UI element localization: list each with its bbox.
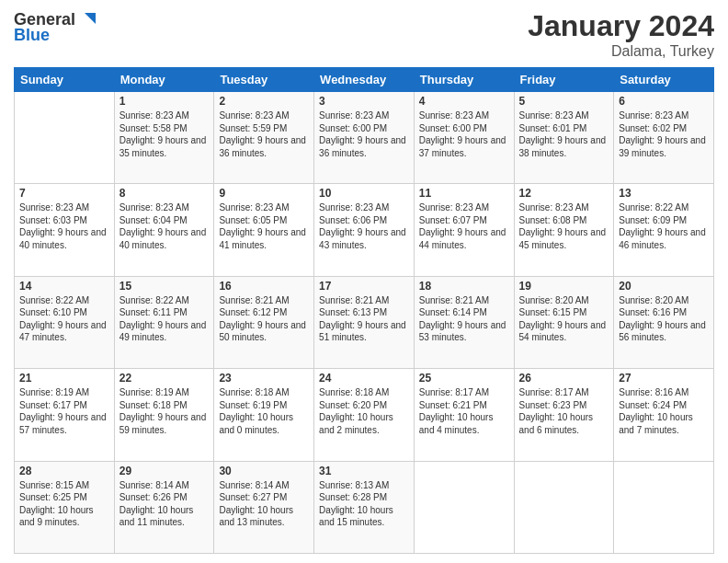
- day-number: 25: [419, 372, 509, 385]
- day-info: Sunrise: 8:23 AMSunset: 6:01 PMDaylight:…: [519, 109, 609, 159]
- col-header-thursday: Thursday: [414, 68, 514, 92]
- week-row-5: 28Sunrise: 8:15 AMSunset: 6:25 PMDayligh…: [15, 461, 714, 553]
- day-number: 28: [19, 465, 109, 477]
- day-number: 10: [319, 187, 409, 200]
- day-cell: [614, 461, 714, 553]
- logo: General Blue: [14, 9, 97, 45]
- day-number: 5: [519, 95, 609, 108]
- day-cell: 8Sunrise: 8:23 AMSunset: 6:04 PMDaylight…: [114, 184, 214, 276]
- day-cell: 4Sunrise: 8:23 AMSunset: 6:00 PMDaylight…: [414, 92, 514, 184]
- day-info: Sunrise: 8:19 AMSunset: 6:18 PMDaylight:…: [119, 386, 210, 436]
- day-number: 29: [119, 465, 210, 477]
- day-cell: 21Sunrise: 8:19 AMSunset: 6:17 PMDayligh…: [15, 369, 115, 461]
- day-info: Sunrise: 8:22 AMSunset: 6:09 PMDaylight:…: [619, 201, 709, 251]
- day-number: 30: [219, 465, 309, 477]
- day-info: Sunrise: 8:21 AMSunset: 6:14 PMDaylight:…: [419, 294, 509, 344]
- calendar-header-row: SundayMondayTuesdayWednesdayThursdayFrid…: [15, 68, 714, 92]
- day-cell: 19Sunrise: 8:20 AMSunset: 6:15 PMDayligh…: [514, 276, 614, 368]
- day-cell: 17Sunrise: 8:21 AMSunset: 6:13 PMDayligh…: [314, 276, 415, 368]
- day-info: Sunrise: 8:23 AMSunset: 6:02 PMDaylight:…: [619, 109, 709, 159]
- day-info: Sunrise: 8:14 AMSunset: 6:26 PMDaylight:…: [119, 479, 210, 529]
- day-number: 16: [219, 280, 309, 293]
- day-number: 15: [119, 280, 210, 293]
- svg-marker-0: [85, 13, 96, 24]
- day-number: 4: [419, 95, 509, 108]
- col-header-wednesday: Wednesday: [314, 68, 415, 92]
- day-cell: 16Sunrise: 8:21 AMSunset: 6:12 PMDayligh…: [214, 276, 314, 368]
- day-number: 24: [319, 372, 409, 385]
- day-info: Sunrise: 8:16 AMSunset: 6:24 PMDaylight:…: [619, 386, 709, 436]
- day-cell: 6Sunrise: 8:23 AMSunset: 6:02 PMDaylight…: [614, 92, 714, 184]
- day-cell: 25Sunrise: 8:17 AMSunset: 6:21 PMDayligh…: [414, 369, 514, 461]
- day-number: 27: [619, 372, 709, 385]
- day-cell: 3Sunrise: 8:23 AMSunset: 6:00 PMDaylight…: [314, 92, 415, 184]
- day-number: 6: [619, 95, 709, 108]
- day-number: 18: [419, 280, 509, 293]
- day-number: 2: [219, 95, 309, 108]
- day-number: 3: [319, 95, 409, 108]
- day-cell: 11Sunrise: 8:23 AMSunset: 6:07 PMDayligh…: [414, 184, 514, 276]
- day-info: Sunrise: 8:21 AMSunset: 6:13 PMDaylight:…: [319, 294, 409, 344]
- day-info: Sunrise: 8:13 AMSunset: 6:28 PMDaylight:…: [319, 479, 409, 529]
- day-cell: 18Sunrise: 8:21 AMSunset: 6:14 PMDayligh…: [414, 276, 514, 368]
- day-cell: 2Sunrise: 8:23 AMSunset: 5:59 PMDaylight…: [214, 92, 314, 184]
- day-info: Sunrise: 8:15 AMSunset: 6:25 PMDaylight:…: [19, 479, 109, 529]
- day-number: 8: [119, 187, 210, 200]
- day-info: Sunrise: 8:23 AMSunset: 5:59 PMDaylight:…: [219, 109, 309, 159]
- title-block: January 2024 Dalama, Turkey: [528, 9, 714, 60]
- day-info: Sunrise: 8:23 AMSunset: 6:04 PMDaylight:…: [119, 201, 210, 251]
- day-number: 13: [619, 187, 709, 200]
- month-year-title: January 2024: [528, 9, 714, 43]
- day-number: 22: [119, 372, 210, 385]
- day-info: Sunrise: 8:23 AMSunset: 6:07 PMDaylight:…: [419, 201, 509, 251]
- week-row-2: 7Sunrise: 8:23 AMSunset: 6:03 PMDaylight…: [15, 184, 714, 276]
- day-info: Sunrise: 8:23 AMSunset: 5:58 PMDaylight:…: [119, 109, 210, 159]
- day-number: 31: [319, 465, 409, 477]
- day-cell: 9Sunrise: 8:23 AMSunset: 6:05 PMDaylight…: [214, 184, 314, 276]
- week-row-1: 1Sunrise: 8:23 AMSunset: 5:58 PMDaylight…: [15, 92, 714, 184]
- day-number: 20: [619, 280, 709, 293]
- day-cell: 1Sunrise: 8:23 AMSunset: 5:58 PMDaylight…: [114, 92, 214, 184]
- day-info: Sunrise: 8:23 AMSunset: 6:00 PMDaylight:…: [419, 109, 509, 159]
- day-cell: 15Sunrise: 8:22 AMSunset: 6:11 PMDayligh…: [114, 276, 214, 368]
- header: General Blue January 2024 Dalama, Turkey: [14, 9, 714, 60]
- day-number: 11: [419, 187, 509, 200]
- day-cell: [514, 461, 614, 553]
- day-info: Sunrise: 8:18 AMSunset: 6:19 PMDaylight:…: [219, 386, 309, 436]
- location-subtitle: Dalama, Turkey: [528, 43, 714, 60]
- day-cell: 30Sunrise: 8:14 AMSunset: 6:27 PMDayligh…: [214, 461, 314, 553]
- day-info: Sunrise: 8:22 AMSunset: 6:11 PMDaylight:…: [119, 294, 210, 344]
- col-header-monday: Monday: [114, 68, 214, 92]
- col-header-friday: Friday: [514, 68, 614, 92]
- day-number: 1: [119, 95, 210, 108]
- day-info: Sunrise: 8:23 AMSunset: 6:05 PMDaylight:…: [219, 201, 309, 251]
- col-header-sunday: Sunday: [15, 68, 115, 92]
- day-info: Sunrise: 8:23 AMSunset: 6:03 PMDaylight:…: [19, 201, 109, 251]
- day-cell: [15, 92, 115, 184]
- day-number: 9: [219, 187, 309, 200]
- day-number: 26: [519, 372, 609, 385]
- day-cell: 26Sunrise: 8:17 AMSunset: 6:23 PMDayligh…: [514, 369, 614, 461]
- logo-icon: [77, 9, 97, 29]
- week-row-3: 14Sunrise: 8:22 AMSunset: 6:10 PMDayligh…: [15, 276, 714, 368]
- day-info: Sunrise: 8:23 AMSunset: 6:08 PMDaylight:…: [519, 201, 609, 251]
- day-cell: 24Sunrise: 8:18 AMSunset: 6:20 PMDayligh…: [314, 369, 415, 461]
- day-number: 23: [219, 372, 309, 385]
- day-cell: 23Sunrise: 8:18 AMSunset: 6:19 PMDayligh…: [214, 369, 314, 461]
- day-cell: 12Sunrise: 8:23 AMSunset: 6:08 PMDayligh…: [514, 184, 614, 276]
- day-cell: [414, 461, 514, 553]
- col-header-saturday: Saturday: [614, 68, 714, 92]
- day-number: 12: [519, 187, 609, 200]
- day-cell: 13Sunrise: 8:22 AMSunset: 6:09 PMDayligh…: [614, 184, 714, 276]
- day-cell: 14Sunrise: 8:22 AMSunset: 6:10 PMDayligh…: [15, 276, 115, 368]
- day-info: Sunrise: 8:20 AMSunset: 6:16 PMDaylight:…: [619, 294, 709, 344]
- day-cell: 20Sunrise: 8:20 AMSunset: 6:16 PMDayligh…: [614, 276, 714, 368]
- week-row-4: 21Sunrise: 8:19 AMSunset: 6:17 PMDayligh…: [15, 369, 714, 461]
- day-info: Sunrise: 8:17 AMSunset: 6:23 PMDaylight:…: [519, 386, 609, 436]
- logo-blue-text: Blue: [14, 26, 50, 45]
- day-cell: 27Sunrise: 8:16 AMSunset: 6:24 PMDayligh…: [614, 369, 714, 461]
- day-number: 21: [19, 372, 109, 385]
- day-info: Sunrise: 8:21 AMSunset: 6:12 PMDaylight:…: [219, 294, 309, 344]
- day-cell: 5Sunrise: 8:23 AMSunset: 6:01 PMDaylight…: [514, 92, 614, 184]
- day-number: 14: [19, 280, 109, 293]
